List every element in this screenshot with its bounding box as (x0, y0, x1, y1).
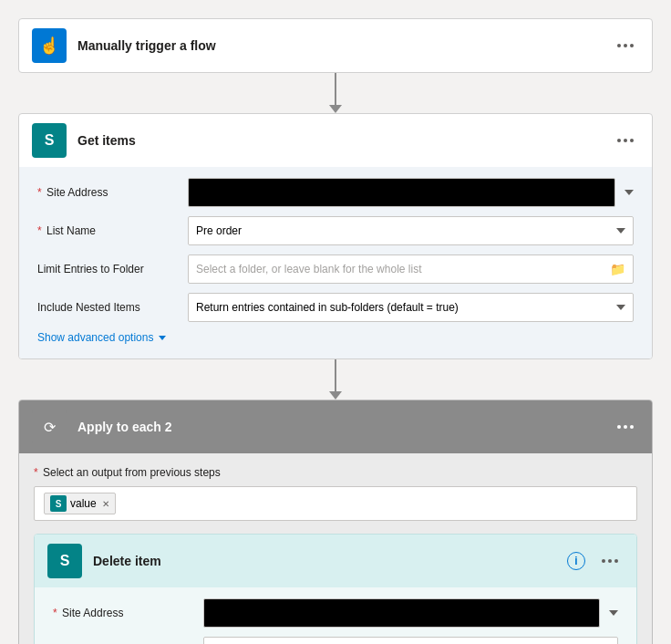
list-name-dropdown[interactable]: Pre order (188, 216, 634, 245)
advanced-chevron-icon (159, 336, 166, 340)
get-items-body: * Site Address * List Name Pre order (19, 167, 652, 358)
connector-1 (329, 73, 342, 113)
value-token-icon: S (50, 495, 67, 512)
info-icon[interactable]: i (567, 552, 585, 570)
limit-entries-row: Limit Entries to Folder Select a folder,… (37, 254, 634, 284)
delete-item-header: S Delete item i (35, 535, 636, 587)
flow-container: ☝ Manually trigger a flow S Get items (18, 18, 653, 644)
trigger-card: ☝ Manually trigger a flow (18, 18, 653, 73)
include-nested-label: Include Nested Items (37, 301, 179, 314)
apply-each-icon: ⟳ (32, 410, 67, 444)
value-token-close[interactable]: ✕ (102, 499, 109, 509)
include-nested-row: Include Nested Items Return entries cont… (37, 293, 634, 322)
advanced-options-link[interactable]: Show advanced options (37, 331, 634, 344)
limit-entries-label: Limit Entries to Folder (37, 263, 179, 275)
apply-each-body: * Select an output from previous steps S… (19, 453, 652, 644)
site-address-input[interactable] (188, 178, 615, 207)
delete-item-icon: S (47, 544, 82, 578)
delete-list-name-row: * List Name Pre order (53, 637, 618, 644)
connector-2 (329, 359, 342, 400)
include-nested-chevron (616, 305, 625, 310)
get-items-card: S Get items * Site Address (18, 113, 653, 359)
trigger-icon: ☝ (32, 28, 67, 63)
token-input-area[interactable]: S value ✕ (34, 486, 637, 521)
list-name-row: * List Name Pre order (37, 216, 634, 245)
delete-site-address-label: * Site Address (53, 607, 194, 619)
apply-each-card: ⟳ Apply to each 2 * Select an output fro… (18, 400, 653, 644)
include-nested-dropdown[interactable]: Return entries contained in sub-folders … (188, 293, 634, 322)
apply-each-menu-button[interactable] (612, 421, 639, 432)
delete-site-address-chevron[interactable] (609, 610, 618, 616)
get-items-header: S Get items (19, 114, 652, 167)
site-address-chevron[interactable] (625, 190, 634, 195)
folder-icon: 📁 (610, 262, 625, 276)
select-output-label: * Select an output from previous steps (34, 466, 637, 479)
delete-list-name-dropdown[interactable]: Pre order (203, 637, 618, 644)
trigger-menu-button[interactable] (612, 40, 639, 51)
site-address-label: * Site Address (37, 186, 179, 199)
trigger-title: Manually trigger a flow (77, 38, 601, 53)
list-name-chevron (616, 228, 625, 234)
trigger-header: ☝ Manually trigger a flow (19, 19, 652, 72)
delete-item-body: * Site Address * List Name (35, 587, 636, 644)
delete-item-card: S Delete item i * Site Add (34, 534, 637, 644)
list-name-label: * List Name (37, 224, 179, 237)
delete-site-address-row: * Site Address (53, 598, 618, 628)
get-items-title: Get items (77, 133, 601, 148)
apply-each-header: ⟳ Apply to each 2 (19, 400, 652, 453)
delete-site-address-input[interactable] (203, 598, 600, 628)
site-address-row: * Site Address (37, 178, 634, 207)
limit-entries-input[interactable]: Select a folder, or leave blank for the … (188, 254, 634, 284)
get-items-menu-button[interactable] (612, 135, 639, 146)
value-token: S value ✕ (44, 493, 116, 514)
apply-each-title: Apply to each 2 (77, 420, 601, 434)
delete-item-menu-button[interactable] (596, 556, 624, 566)
get-items-icon: S (32, 123, 67, 158)
delete-item-title: Delete item (93, 554, 556, 568)
